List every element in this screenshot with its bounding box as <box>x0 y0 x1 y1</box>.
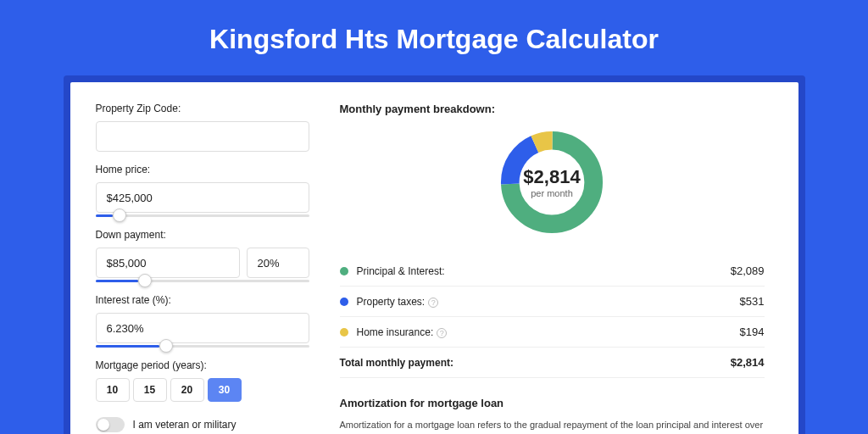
period-30[interactable]: 30 <box>208 378 242 402</box>
page-title: Kingsford Hts Mortgage Calculator <box>0 0 868 75</box>
period-field: Mortgage period (years): 10 15 20 30 <box>96 359 309 402</box>
rate-field: Interest rate (%): <box>96 294 309 348</box>
down-pct-input[interactable] <box>247 248 309 278</box>
veteran-row: I am veteran or military <box>96 417 309 432</box>
line-val-insurance: $194 <box>740 326 765 338</box>
period-buttons: 10 15 20 30 <box>96 378 309 402</box>
slider-thumb-icon[interactable] <box>159 339 173 353</box>
info-icon[interactable]: ? <box>428 298 438 308</box>
zip-label: Property Zip Code: <box>96 103 309 114</box>
price-field: Home price: <box>96 164 309 217</box>
donut-center: $2,814 per month <box>523 166 580 198</box>
price-slider[interactable] <box>96 214 309 217</box>
slider-thumb-icon[interactable] <box>113 209 126 222</box>
donut-chart: $2,814 per month <box>340 127 765 237</box>
dot-icon <box>340 298 348 306</box>
line-label-taxes: Property taxes:? <box>357 296 740 308</box>
down-label: Down payment: <box>96 229 309 241</box>
breakdown-panel: Monthly payment breakdown: $2,814 per mo… <box>325 82 798 434</box>
form-panel: Property Zip Code: Home price: Down paym… <box>70 82 325 434</box>
donut-sub: per month <box>523 188 580 198</box>
price-input[interactable] <box>96 182 309 213</box>
slider-thumb-icon[interactable] <box>138 274 152 287</box>
donut-amount: $2,814 <box>523 166 580 188</box>
down-field: Down payment: <box>96 229 309 282</box>
down-slider[interactable] <box>96 280 309 282</box>
dot-icon <box>340 267 348 275</box>
toggle-knob-icon <box>97 419 109 431</box>
line-taxes: Property taxes:? $531 <box>340 287 765 317</box>
rate-label: Interest rate (%): <box>96 294 309 306</box>
down-input[interactable] <box>96 248 240 278</box>
line-val-principal: $2,089 <box>731 264 765 277</box>
rate-input[interactable] <box>96 313 309 343</box>
line-principal: Principal & Interest: $2,089 <box>340 256 765 287</box>
info-icon[interactable]: ? <box>437 328 447 338</box>
veteran-toggle[interactable] <box>96 417 125 432</box>
veteran-label: I am veteran or military <box>133 419 236 431</box>
period-label: Mortgage period (years): <box>96 359 309 371</box>
amortization-section: Amortization for mortgage loan Amortizat… <box>340 397 765 434</box>
line-label-insurance: Home insurance:? <box>357 326 740 338</box>
line-insurance: Home insurance:? $194 <box>340 317 765 348</box>
period-15[interactable]: 15 <box>133 378 167 402</box>
line-val-taxes: $531 <box>740 295 765 308</box>
zip-input[interactable] <box>96 121 309 152</box>
line-label-principal: Principal & Interest: <box>357 265 731 277</box>
zip-field: Property Zip Code: <box>96 103 309 152</box>
amort-title: Amortization for mortgage loan <box>340 397 765 409</box>
rate-slider[interactable] <box>96 345 309 348</box>
line-total: Total monthly payment: $2,814 <box>340 348 765 378</box>
price-label: Home price: <box>96 164 309 175</box>
calculator-card: Property Zip Code: Home price: Down paym… <box>70 82 798 434</box>
line-val-total: $2,814 <box>731 356 765 369</box>
period-10[interactable]: 10 <box>96 378 130 402</box>
period-20[interactable]: 20 <box>170 378 204 402</box>
card-container: Property Zip Code: Home price: Down paym… <box>64 75 805 434</box>
dot-icon <box>340 328 348 337</box>
line-label-total: Total monthly payment: <box>340 357 731 369</box>
breakdown-title: Monthly payment breakdown: <box>340 103 765 115</box>
amort-text: Amortization for a mortgage loan refers … <box>340 418 765 434</box>
